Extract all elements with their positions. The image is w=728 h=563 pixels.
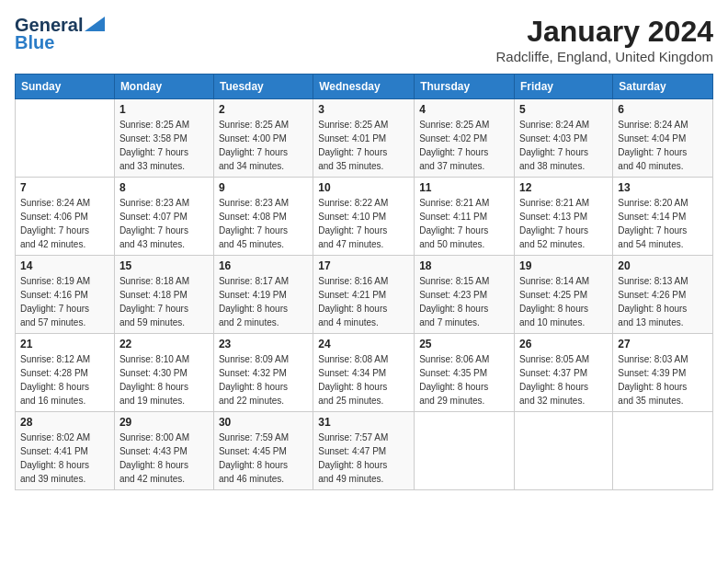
day-info: Sunrise: 8:03 AM Sunset: 4:39 PM Dayligh… [618,352,708,408]
day-info: Sunrise: 8:24 AM Sunset: 4:06 PM Dayligh… [20,196,109,251]
day-number: 9 [219,181,308,194]
calendar-cell [515,412,613,490]
calendar-cell: 7Sunrise: 8:24 AM Sunset: 4:06 PM Daylig… [16,178,115,256]
calendar-cell: 10Sunrise: 8:22 AM Sunset: 4:10 PM Dayli… [313,178,415,256]
calendar-cell: 12Sunrise: 8:21 AM Sunset: 4:13 PM Dayli… [515,178,613,256]
calendar-cell: 14Sunrise: 8:19 AM Sunset: 4:16 PM Dayli… [16,256,115,334]
day-info: Sunrise: 8:17 AM Sunset: 4:19 PM Dayligh… [219,274,308,329]
day-info: Sunrise: 8:25 AM Sunset: 4:01 PM Dayligh… [318,118,409,173]
calendar-cell: 21Sunrise: 8:12 AM Sunset: 4:28 PM Dayli… [16,334,115,412]
day-number: 13 [618,181,708,194]
day-info: Sunrise: 8:08 AM Sunset: 4:34 PM Dayligh… [318,352,409,408]
calendar-cell: 9Sunrise: 8:23 AM Sunset: 4:08 PM Daylig… [213,178,313,256]
day-number: 17 [318,259,409,272]
calendar-cell: 31Sunrise: 7:57 AM Sunset: 4:47 PM Dayli… [313,412,415,490]
day-info: Sunrise: 8:14 AM Sunset: 4:25 PM Dayligh… [519,274,608,329]
day-info: Sunrise: 8:23 AM Sunset: 4:08 PM Dayligh… [219,196,308,251]
day-info: Sunrise: 8:05 AM Sunset: 4:37 PM Dayligh… [519,352,608,408]
calendar-cell: 5Sunrise: 8:24 AM Sunset: 4:03 PM Daylig… [515,99,613,178]
day-number: 26 [519,338,608,350]
calendar-cell [415,412,515,490]
day-number: 19 [519,259,608,272]
day-number: 28 [20,416,109,429]
calendar-cell: 20Sunrise: 8:13 AM Sunset: 4:26 PM Dayli… [613,256,713,334]
calendar-week-1: 1Sunrise: 8:25 AM Sunset: 3:58 PM Daylig… [16,99,713,178]
calendar-cell [613,412,713,490]
day-info: Sunrise: 8:00 AM Sunset: 4:43 PM Dayligh… [119,431,209,486]
calendar-cell: 19Sunrise: 8:14 AM Sunset: 4:25 PM Dayli… [515,256,613,334]
day-number: 8 [119,181,209,194]
day-number: 18 [419,259,509,272]
calendar-title: January 2024 [495,15,713,49]
calendar-cell: 17Sunrise: 8:16 AM Sunset: 4:21 PM Dayli… [313,256,415,334]
day-number: 24 [318,338,409,350]
day-info: Sunrise: 8:15 AM Sunset: 4:23 PM Dayligh… [419,274,509,329]
calendar-week-3: 14Sunrise: 8:19 AM Sunset: 4:16 PM Dayli… [16,256,713,334]
day-number: 1 [119,103,209,116]
col-saturday: Saturday [613,75,713,99]
calendar-cell: 18Sunrise: 8:15 AM Sunset: 4:23 PM Dayli… [415,256,515,334]
day-number: 14 [20,259,109,272]
day-info: Sunrise: 8:02 AM Sunset: 4:41 PM Dayligh… [20,431,109,486]
col-tuesday: Tuesday [213,75,313,99]
calendar-cell: 28Sunrise: 8:02 AM Sunset: 4:41 PM Dayli… [16,412,115,490]
calendar-cell: 25Sunrise: 8:06 AM Sunset: 4:35 PM Dayli… [415,334,515,412]
calendar-week-5: 28Sunrise: 8:02 AM Sunset: 4:41 PM Dayli… [16,412,713,490]
day-info: Sunrise: 8:21 AM Sunset: 4:13 PM Dayligh… [519,196,608,251]
svg-marker-0 [85,17,105,31]
day-info: Sunrise: 8:25 AM Sunset: 3:58 PM Dayligh… [119,118,209,173]
col-monday: Monday [114,75,213,99]
day-number: 23 [219,338,308,350]
day-info: Sunrise: 8:25 AM Sunset: 4:02 PM Dayligh… [419,118,509,173]
day-info: Sunrise: 8:06 AM Sunset: 4:35 PM Dayligh… [419,352,509,408]
day-number: 5 [519,103,608,116]
day-number: 2 [219,103,308,116]
calendar-cell: 22Sunrise: 8:10 AM Sunset: 4:30 PM Dayli… [114,334,213,412]
day-number: 4 [419,103,509,116]
logo: General Blue [15,15,105,53]
day-info: Sunrise: 8:09 AM Sunset: 4:32 PM Dayligh… [219,352,308,408]
calendar-cell: 26Sunrise: 8:05 AM Sunset: 4:37 PM Dayli… [515,334,613,412]
calendar-cell: 29Sunrise: 8:00 AM Sunset: 4:43 PM Dayli… [114,412,213,490]
day-info: Sunrise: 7:59 AM Sunset: 4:45 PM Dayligh… [219,431,308,486]
calendar-cell: 16Sunrise: 8:17 AM Sunset: 4:19 PM Dayli… [213,256,313,334]
day-info: Sunrise: 8:19 AM Sunset: 4:16 PM Dayligh… [20,274,109,329]
day-number: 10 [318,181,409,194]
calendar-cell: 23Sunrise: 8:09 AM Sunset: 4:32 PM Dayli… [213,334,313,412]
day-number: 6 [618,103,708,116]
day-number: 15 [119,259,209,272]
day-info: Sunrise: 7:57 AM Sunset: 4:47 PM Dayligh… [318,431,409,486]
calendar-week-4: 21Sunrise: 8:12 AM Sunset: 4:28 PM Dayli… [16,334,713,412]
day-info: Sunrise: 8:10 AM Sunset: 4:30 PM Dayligh… [119,352,209,408]
day-info: Sunrise: 8:24 AM Sunset: 4:03 PM Dayligh… [519,118,608,173]
header-row: Sunday Monday Tuesday Wednesday Thursday… [16,75,713,99]
page-header: General Blue January 2024 Radcliffe, Eng… [15,15,713,64]
day-info: Sunrise: 8:16 AM Sunset: 4:21 PM Dayligh… [318,274,409,329]
day-number: 11 [419,181,509,194]
calendar-cell: 4Sunrise: 8:25 AM Sunset: 4:02 PM Daylig… [415,99,515,178]
day-number: 22 [119,338,209,350]
col-wednesday: Wednesday [313,75,415,99]
day-number: 20 [618,259,708,272]
calendar-cell: 1Sunrise: 8:25 AM Sunset: 3:58 PM Daylig… [114,99,213,178]
col-sunday: Sunday [16,75,115,99]
logo-blue: Blue [15,32,54,53]
calendar-week-2: 7Sunrise: 8:24 AM Sunset: 4:06 PM Daylig… [16,178,713,256]
calendar-cell: 8Sunrise: 8:23 AM Sunset: 4:07 PM Daylig… [114,178,213,256]
calendar-cell: 30Sunrise: 7:59 AM Sunset: 4:45 PM Dayli… [213,412,313,490]
day-number: 30 [219,416,308,429]
calendar-cell: 6Sunrise: 8:24 AM Sunset: 4:04 PM Daylig… [613,99,713,178]
day-info: Sunrise: 8:20 AM Sunset: 4:14 PM Dayligh… [618,196,708,251]
day-info: Sunrise: 8:13 AM Sunset: 4:26 PM Dayligh… [618,274,708,329]
calendar-cell: 13Sunrise: 8:20 AM Sunset: 4:14 PM Dayli… [613,178,713,256]
calendar-cell: 27Sunrise: 8:03 AM Sunset: 4:39 PM Dayli… [613,334,713,412]
day-number: 25 [419,338,509,350]
day-info: Sunrise: 8:18 AM Sunset: 4:18 PM Dayligh… [119,274,209,329]
calendar-cell: 2Sunrise: 8:25 AM Sunset: 4:00 PM Daylig… [213,99,313,178]
logo-icon [85,17,105,31]
calendar-table: Sunday Monday Tuesday Wednesday Thursday… [15,74,713,490]
day-number: 31 [318,416,409,429]
day-info: Sunrise: 8:21 AM Sunset: 4:11 PM Dayligh… [419,196,509,251]
day-number: 29 [119,416,209,429]
day-number: 21 [20,338,109,350]
